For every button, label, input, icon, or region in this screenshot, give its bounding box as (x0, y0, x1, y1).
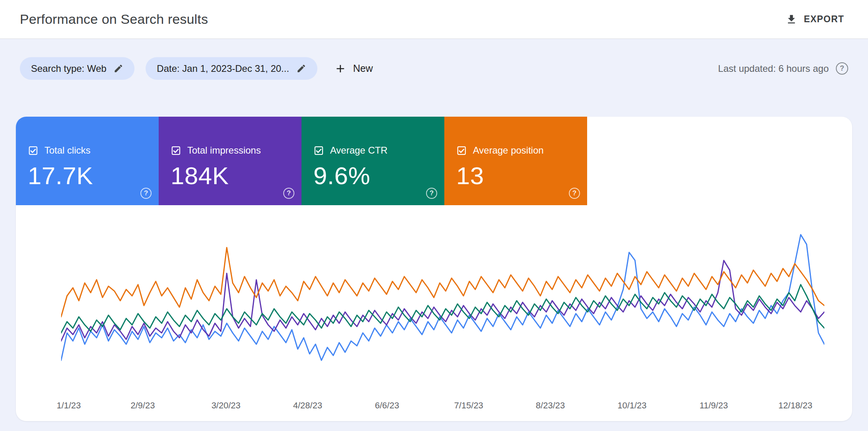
tile-head: Average CTR (313, 145, 444, 156)
series-line-ctr (61, 285, 824, 333)
tile-head: Average position (456, 145, 587, 156)
x-axis-label: 2/9/23 (131, 400, 155, 411)
report-panel: Total clicks 17.7K ? Total impressions 1… (16, 117, 852, 421)
series-line-position (61, 248, 824, 317)
edit-pencil-icon (113, 63, 123, 73)
x-axis-label: 12/18/23 (778, 400, 812, 411)
metric-value: 9.6% (313, 162, 444, 189)
date-range-chip[interactable]: Date: Jan 1, 2023-Dec 31, 20... (146, 57, 317, 80)
metric-value: 13 (456, 162, 587, 189)
checkbox-checked-icon (28, 145, 38, 156)
x-axis-label: 10/1/23 (617, 400, 646, 411)
help-icon[interactable]: ? (140, 188, 152, 199)
x-axis-label: 6/6/23 (375, 400, 399, 411)
metric-tile-average-position[interactable]: Average position 13 ? (444, 117, 587, 205)
help-icon[interactable]: ? (836, 62, 848, 75)
last-updated-text: Last updated: 6 hours ago (718, 63, 829, 74)
export-label: EXPORT (804, 14, 844, 25)
metric-tile-total-clicks[interactable]: Total clicks 17.7K ? (16, 117, 159, 205)
checkbox-checked-icon (456, 145, 467, 156)
x-axis-label: 8/23/23 (536, 400, 565, 411)
checkbox-checked-icon (313, 145, 324, 156)
help-icon[interactable]: ? (569, 188, 580, 199)
export-button[interactable]: EXPORT (782, 10, 848, 29)
metric-tile-total-impressions[interactable]: Total impressions 184K ? (159, 117, 301, 205)
page-title: Performance on Search results (20, 12, 208, 27)
metric-label: Average position (473, 145, 543, 156)
metric-label: Average CTR (330, 145, 388, 156)
metric-value: 17.7K (28, 162, 159, 189)
search-type-chip-label: Search type: Web (31, 63, 106, 74)
tile-head: Total clicks (28, 145, 159, 156)
chart-area[interactable]: 1/1/232/9/233/20/234/28/236/6/237/15/238… (61, 223, 824, 415)
x-axis-label: 7/15/23 (454, 400, 483, 411)
x-axis-labels: 1/1/232/9/233/20/234/28/236/6/237/15/238… (61, 400, 824, 415)
tile-head: Total impressions (171, 145, 301, 156)
x-axis-label: 1/1/23 (57, 400, 81, 411)
help-icon[interactable]: ? (426, 188, 437, 199)
x-axis-label: 11/9/23 (699, 400, 728, 411)
metric-tile-average-ctr[interactable]: Average CTR 9.6% ? (301, 117, 444, 205)
date-range-chip-label: Date: Jan 1, 2023-Dec 31, 20... (157, 63, 289, 74)
help-icon[interactable]: ? (283, 188, 294, 199)
x-axis-label: 4/28/23 (293, 400, 322, 411)
metric-label: Total impressions (187, 145, 261, 156)
performance-chart (61, 223, 824, 394)
last-updated-area: Last updated: 6 hours ago ? (718, 62, 848, 75)
metric-tiles: Total clicks 17.7K ? Total impressions 1… (16, 117, 852, 205)
checkbox-checked-icon (171, 145, 181, 156)
download-icon (785, 13, 797, 25)
plus-icon (334, 62, 347, 75)
metric-label: Total clicks (44, 145, 90, 156)
filter-bar: Search type: Web Date: Jan 1, 2023-Dec 3… (0, 39, 868, 80)
search-type-chip[interactable]: Search type: Web (20, 57, 134, 80)
new-filter-button[interactable]: New (332, 62, 375, 75)
metric-value: 184K (171, 162, 301, 189)
new-filter-label: New (353, 63, 373, 74)
x-axis-label: 3/20/23 (211, 400, 240, 411)
search-console-performance-page: Performance on Search results EXPORT Sea… (0, 0, 868, 421)
header: Performance on Search results EXPORT (0, 0, 868, 39)
edit-pencil-icon (296, 63, 306, 73)
